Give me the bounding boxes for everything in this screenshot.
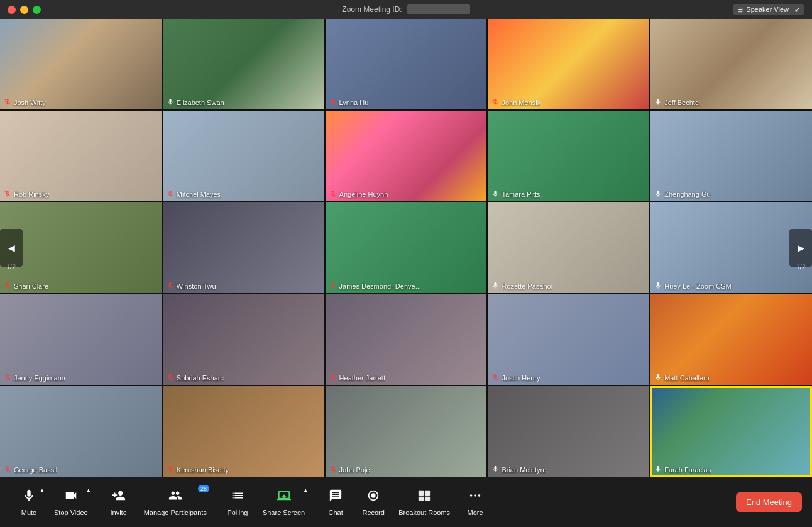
- participant-video: [0, 111, 162, 201]
- video-cell[interactable]: Huey Le - Zoom CSM: [650, 202, 812, 293]
- video-cell[interactable]: Zhenghang Gu: [650, 111, 812, 201]
- participant-video: [326, 386, 487, 477]
- video-cell[interactable]: Subriah Esharc: [163, 294, 324, 385]
- breakout-rooms-icon: [417, 489, 431, 506]
- mic-muted-icon: [167, 282, 174, 291]
- video-cell[interactable]: Rob Rinsky: [0, 111, 162, 201]
- video-cell[interactable]: John Poje: [326, 386, 487, 477]
- share-screen-button[interactable]: Share Screen ▲: [256, 477, 311, 527]
- participant-name: George Bassil: [4, 465, 57, 474]
- manage-participants-button[interactable]: 28 Manage Participants: [138, 477, 213, 527]
- mute-label: Mute: [21, 509, 36, 516]
- participant-video: [163, 386, 324, 477]
- video-cell[interactable]: Jeff Bechtel: [650, 19, 812, 109]
- video-cell[interactable]: Mitchel Mayes: [163, 111, 324, 201]
- participant-name: Huey Le - Zoom CSM: [654, 282, 731, 291]
- mic-active-icon: [654, 374, 662, 382]
- close-button[interactable]: [8, 6, 16, 14]
- video-cell[interactable]: Kerushan Bisetty: [163, 386, 324, 477]
- video-icon: [64, 489, 78, 506]
- video-cell[interactable]: Angeline Huynh: [326, 111, 487, 201]
- mic-active-icon: [654, 190, 662, 199]
- mic-active-icon: [654, 465, 662, 474]
- record-button[interactable]: Record: [354, 477, 392, 527]
- video-cell[interactable]: James Desmond- Denve...: [326, 202, 487, 293]
- video-caret[interactable]: ▲: [86, 487, 91, 493]
- video-cell[interactable]: Josh Witty: [0, 19, 162, 109]
- maximize-button[interactable]: [33, 6, 41, 14]
- video-cell[interactable]: Tamara Pitts: [488, 111, 649, 201]
- video-cell[interactable]: Jenny Eggimann: [0, 294, 162, 385]
- participant-video: [488, 111, 649, 201]
- svg-point-7: [474, 494, 476, 497]
- breakout-rooms-button[interactable]: Breakout Rooms: [392, 477, 456, 527]
- video-cell[interactable]: Winston Twu: [163, 202, 324, 293]
- participant-video: [326, 202, 487, 293]
- video-cell[interactable]: Brian McIntyre: [488, 386, 649, 477]
- participant-video: [650, 294, 812, 385]
- name-text: Shari Clare: [14, 282, 48, 290]
- participant-name: Kerushan Bisetty: [167, 465, 229, 474]
- nav-arrow-right[interactable]: ▶: [789, 229, 812, 267]
- participant-name: Rozette Pasahol: [491, 282, 552, 291]
- video-cell[interactable]: Heather Jarrett: [326, 294, 487, 385]
- participant-name: Matt Caballero: [654, 374, 710, 382]
- chat-button[interactable]: Chat: [317, 477, 354, 527]
- polling-icon: [231, 489, 244, 506]
- video-cell[interactable]: George Bassil: [0, 386, 162, 477]
- svg-point-8: [478, 494, 481, 497]
- name-text: John Mensik: [502, 99, 540, 106]
- name-text: Jeff Bechtel: [664, 99, 700, 106]
- share-screen-icon: [277, 489, 291, 506]
- name-text: Jenny Eggimann: [14, 374, 65, 382]
- mic-muted-icon: [167, 465, 174, 474]
- participant-video: [326, 19, 487, 109]
- share-caret[interactable]: ▲: [303, 487, 308, 493]
- polling-button[interactable]: Polling: [219, 477, 256, 527]
- participant-name: Jeff Bechtel: [654, 98, 700, 107]
- svg-rect-5: [425, 496, 430, 500]
- participant-video: [0, 386, 162, 477]
- participant-video: [163, 294, 324, 385]
- participant-video: [650, 111, 812, 201]
- name-text: Justin Henry: [502, 374, 540, 382]
- video-cell[interactable]: Justin Henry: [488, 294, 649, 385]
- divider-3: [314, 490, 314, 515]
- divider-1: [97, 490, 97, 515]
- stop-video-button[interactable]: Stop Video ▲: [48, 477, 94, 527]
- end-meeting-button[interactable]: End Meeting: [736, 492, 802, 512]
- mic-muted-icon: [329, 98, 337, 107]
- meeting-id-value: [407, 4, 470, 14]
- participant-video: [163, 111, 324, 201]
- video-cell[interactable]: Lynna Hu: [326, 19, 487, 109]
- share-screen-label: Share Screen: [263, 509, 305, 516]
- participant-video: [488, 294, 649, 385]
- chat-icon: [329, 489, 343, 506]
- participant-video: [488, 19, 649, 109]
- participant-name: Zhenghang Gu: [654, 190, 710, 199]
- name-text: John Poje: [339, 466, 370, 474]
- video-cell[interactable]: Matt Caballero: [650, 294, 812, 385]
- mute-caret[interactable]: ▲: [40, 487, 45, 493]
- name-text: George Bassil: [14, 466, 57, 474]
- participant-video: [650, 19, 812, 109]
- name-text: Angeline Huynh: [339, 191, 388, 198]
- video-cell[interactable]: Rozette Pasahol: [488, 202, 649, 293]
- name-text: Rob Rinsky: [14, 191, 49, 198]
- video-cell[interactable]: Farah Faraclas: [650, 386, 812, 477]
- video-cell[interactable]: Elizabeth Swan: [163, 19, 324, 109]
- speaker-view-button[interactable]: ⊞ Speaker View ⤢: [733, 4, 804, 15]
- participant-name: Tamara Pitts: [491, 190, 540, 199]
- mic-active-icon: [167, 98, 174, 107]
- name-text: Brian McIntyre: [502, 466, 546, 474]
- video-cell[interactable]: John Mensik: [488, 19, 649, 109]
- participant-video: [650, 386, 812, 477]
- mic-icon: [22, 489, 36, 506]
- invite-button[interactable]: Invite: [100, 477, 138, 527]
- more-button[interactable]: More: [456, 477, 494, 527]
- mic-muted-icon: [329, 465, 337, 474]
- mute-button[interactable]: Mute ▲: [10, 477, 48, 527]
- minimize-button[interactable]: [20, 6, 28, 14]
- nav-arrow-left[interactable]: ◀: [0, 229, 23, 267]
- video-cell[interactable]: Shari Clare: [0, 202, 162, 293]
